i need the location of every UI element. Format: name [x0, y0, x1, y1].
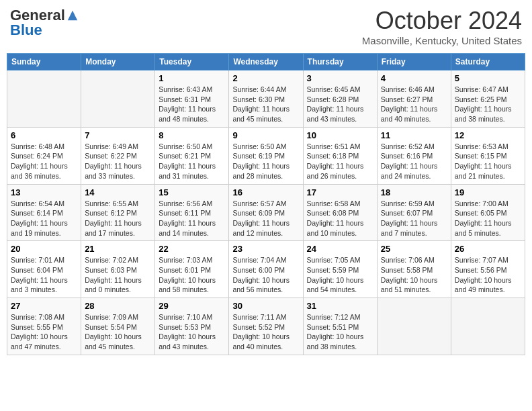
day-number: 11	[381, 130, 447, 140]
day-info: Sunrise: 6:51 AMSunset: 6:18 PMDaylight:…	[307, 142, 373, 181]
day-number: 6	[11, 130, 77, 140]
day-info: Sunrise: 6:47 AMSunset: 6:25 PMDaylight:…	[455, 85, 521, 124]
day-info: Sunrise: 7:00 AMSunset: 6:05 PMDaylight:…	[455, 199, 521, 238]
day-info: Sunrise: 7:09 AMSunset: 5:54 PMDaylight:…	[85, 312, 151, 352]
day-info: Sunrise: 6:48 AMSunset: 6:24 PMDaylight:…	[11, 142, 77, 181]
weekday-header: Tuesday	[155, 54, 229, 71]
day-number: 30	[232, 301, 299, 311]
calendar-cell: 6Sunrise: 6:48 AMSunset: 6:24 PMDaylight…	[7, 127, 81, 184]
calendar-cell: 27Sunrise: 7:08 AMSunset: 5:55 PMDayligh…	[7, 298, 81, 355]
day-info: Sunrise: 7:01 AMSunset: 6:04 PMDaylight:…	[11, 255, 77, 295]
day-number: 12	[455, 130, 521, 140]
weekday-header: Thursday	[303, 54, 377, 71]
day-info: Sunrise: 6:55 AMSunset: 6:12 PMDaylight:…	[85, 199, 151, 238]
day-number: 22	[159, 244, 225, 254]
day-number: 29	[159, 301, 225, 311]
calendar-week-row: 27Sunrise: 7:08 AMSunset: 5:55 PMDayligh…	[7, 298, 525, 355]
day-info: Sunrise: 6:59 AMSunset: 6:07 PMDaylight:…	[381, 199, 447, 238]
day-number: 4	[381, 73, 447, 83]
month-title: October 2024	[362, 7, 522, 35]
calendar-cell: 31Sunrise: 7:12 AMSunset: 5:51 PMDayligh…	[303, 298, 377, 355]
calendar-cell: 15Sunrise: 6:56 AMSunset: 6:11 PMDayligh…	[155, 184, 229, 241]
day-number: 3	[307, 73, 373, 83]
day-info: Sunrise: 6:46 AMSunset: 6:27 PMDaylight:…	[381, 85, 447, 124]
calendar-cell: 18Sunrise: 6:59 AMSunset: 6:07 PMDayligh…	[377, 184, 451, 241]
day-info: Sunrise: 7:08 AMSunset: 5:55 PMDaylight:…	[11, 312, 77, 352]
day-info: Sunrise: 6:44 AMSunset: 6:30 PMDaylight:…	[232, 85, 299, 124]
day-number: 20	[11, 244, 77, 254]
day-number: 9	[232, 130, 299, 140]
calendar-cell: 2Sunrise: 6:44 AMSunset: 6:30 PMDaylight…	[229, 71, 303, 128]
day-info: Sunrise: 7:04 AMSunset: 6:00 PMDaylight:…	[232, 255, 299, 295]
calendar-cell: 22Sunrise: 7:03 AMSunset: 6:01 PMDayligh…	[155, 241, 229, 298]
calendar-cell: 25Sunrise: 7:06 AMSunset: 5:58 PMDayligh…	[377, 241, 451, 298]
calendar-cell: 9Sunrise: 6:50 AMSunset: 6:19 PMDaylight…	[229, 127, 303, 184]
day-info: Sunrise: 6:50 AMSunset: 6:19 PMDaylight:…	[232, 142, 299, 181]
page-header: General Blue October 2024 Masonville, Ke…	[7, 7, 525, 46]
calendar-cell: 14Sunrise: 6:55 AMSunset: 6:12 PMDayligh…	[81, 184, 155, 241]
day-number: 5	[455, 73, 521, 83]
logo: General Blue	[10, 7, 79, 39]
calendar-cell: 5Sunrise: 6:47 AMSunset: 6:25 PMDaylight…	[451, 71, 525, 128]
day-info: Sunrise: 6:45 AMSunset: 6:28 PMDaylight:…	[307, 85, 373, 124]
day-info: Sunrise: 6:54 AMSunset: 6:14 PMDaylight:…	[11, 199, 77, 238]
day-info: Sunrise: 7:11 AMSunset: 5:52 PMDaylight:…	[232, 312, 299, 352]
logo-blue: Blue	[10, 21, 42, 39]
calendar-cell: 10Sunrise: 6:51 AMSunset: 6:18 PMDayligh…	[303, 127, 377, 184]
day-number: 7	[85, 130, 151, 140]
title-block: October 2024 Masonville, Kentucky, Unite…	[362, 7, 522, 46]
day-info: Sunrise: 6:53 AMSunset: 6:15 PMDaylight:…	[455, 142, 521, 181]
day-number: 15	[159, 187, 225, 197]
day-info: Sunrise: 6:50 AMSunset: 6:21 PMDaylight:…	[159, 142, 225, 181]
calendar-week-row: 20Sunrise: 7:01 AMSunset: 6:04 PMDayligh…	[7, 241, 525, 298]
calendar-cell: 12Sunrise: 6:53 AMSunset: 6:15 PMDayligh…	[451, 127, 525, 184]
calendar-cell: 16Sunrise: 6:57 AMSunset: 6:09 PMDayligh…	[229, 184, 303, 241]
day-number: 10	[307, 130, 373, 140]
day-number: 27	[11, 301, 77, 311]
day-info: Sunrise: 6:52 AMSunset: 6:16 PMDaylight:…	[381, 142, 447, 181]
calendar-cell: 4Sunrise: 6:46 AMSunset: 6:27 PMDaylight…	[377, 71, 451, 128]
calendar-week-row: 6Sunrise: 6:48 AMSunset: 6:24 PMDaylight…	[7, 127, 525, 184]
day-info: Sunrise: 6:49 AMSunset: 6:22 PMDaylight:…	[85, 142, 151, 181]
day-info: Sunrise: 7:06 AMSunset: 5:58 PMDaylight:…	[381, 255, 447, 295]
day-info: Sunrise: 7:02 AMSunset: 6:03 PMDaylight:…	[85, 255, 151, 295]
calendar-cell: 8Sunrise: 6:50 AMSunset: 6:21 PMDaylight…	[155, 127, 229, 184]
calendar-cell: 23Sunrise: 7:04 AMSunset: 6:00 PMDayligh…	[229, 241, 303, 298]
day-number: 26	[455, 244, 521, 254]
weekday-header: Saturday	[451, 54, 525, 71]
day-number: 19	[455, 187, 521, 197]
calendar-cell: 24Sunrise: 7:05 AMSunset: 5:59 PMDayligh…	[303, 241, 377, 298]
day-number: 21	[85, 244, 151, 254]
weekday-header: Friday	[377, 54, 451, 71]
day-number: 25	[381, 244, 447, 254]
calendar-cell: 11Sunrise: 6:52 AMSunset: 6:16 PMDayligh…	[377, 127, 451, 184]
day-number: 16	[232, 187, 299, 197]
day-info: Sunrise: 6:56 AMSunset: 6:11 PMDaylight:…	[159, 199, 225, 238]
calendar-cell	[451, 298, 525, 355]
calendar-cell: 26Sunrise: 7:07 AMSunset: 5:56 PMDayligh…	[451, 241, 525, 298]
day-number: 2	[232, 73, 299, 83]
calendar-cell: 19Sunrise: 7:00 AMSunset: 6:05 PMDayligh…	[451, 184, 525, 241]
calendar-cell	[81, 71, 155, 128]
day-info: Sunrise: 6:58 AMSunset: 6:08 PMDaylight:…	[307, 199, 373, 238]
calendar-cell: 28Sunrise: 7:09 AMSunset: 5:54 PMDayligh…	[81, 298, 155, 355]
calendar-cell: 20Sunrise: 7:01 AMSunset: 6:04 PMDayligh…	[7, 241, 81, 298]
day-info: Sunrise: 6:43 AMSunset: 6:31 PMDaylight:…	[159, 85, 225, 124]
calendar-table: SundayMondayTuesdayWednesdayThursdayFrid…	[7, 53, 525, 355]
calendar-cell: 3Sunrise: 6:45 AMSunset: 6:28 PMDaylight…	[303, 71, 377, 128]
day-number: 14	[85, 187, 151, 197]
day-number: 28	[85, 301, 151, 311]
calendar-header: SundayMondayTuesdayWednesdayThursdayFrid…	[7, 54, 525, 71]
day-info: Sunrise: 7:03 AMSunset: 6:01 PMDaylight:…	[159, 255, 225, 295]
svg-marker-0	[68, 11, 77, 20]
day-info: Sunrise: 7:07 AMSunset: 5:56 PMDaylight:…	[455, 255, 521, 295]
calendar-cell	[7, 71, 81, 128]
day-number: 18	[381, 187, 447, 197]
day-info: Sunrise: 7:12 AMSunset: 5:51 PMDaylight:…	[307, 312, 373, 352]
day-info: Sunrise: 7:10 AMSunset: 5:53 PMDaylight:…	[159, 312, 225, 352]
calendar-cell: 17Sunrise: 6:58 AMSunset: 6:08 PMDayligh…	[303, 184, 377, 241]
calendar-cell: 7Sunrise: 6:49 AMSunset: 6:22 PMDaylight…	[81, 127, 155, 184]
day-number: 24	[307, 244, 373, 254]
calendar-week-row: 13Sunrise: 6:54 AMSunset: 6:14 PMDayligh…	[7, 184, 525, 241]
location: Masonville, Kentucky, United States	[362, 35, 522, 46]
